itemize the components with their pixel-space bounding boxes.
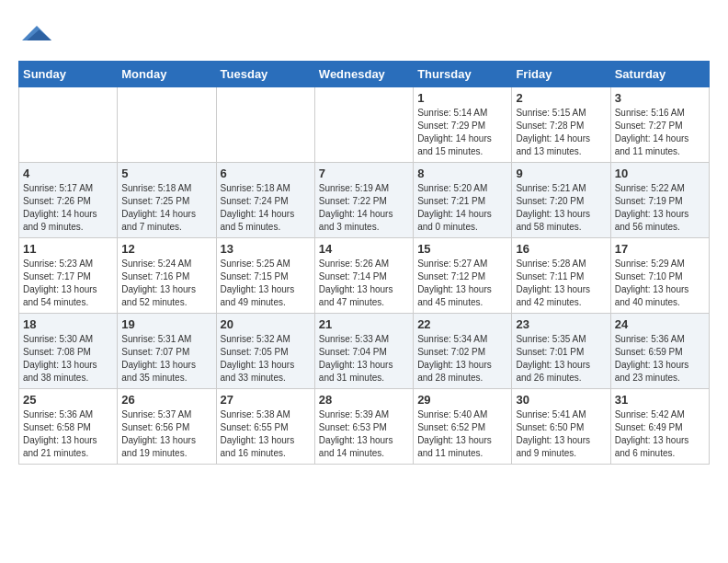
calendar-cell: 1Sunrise: 5:14 AM Sunset: 7:29 PM Daylig… [414,87,512,163]
calendar-cell: 4Sunrise: 5:17 AM Sunset: 7:26 PM Daylig… [19,163,118,238]
day-number: 20 [221,317,311,331]
calendar-cell [118,87,216,163]
page-header [18,18,710,52]
calendar-cell: 13Sunrise: 5:25 AM Sunset: 7:15 PM Dayli… [216,238,314,314]
day-number: 2 [516,91,606,105]
calendar-cell: 28Sunrise: 5:39 AM Sunset: 6:53 PM Dayli… [314,389,413,465]
day-number: 12 [121,242,211,256]
weekday-header-monday: Monday [118,62,216,87]
calendar-cell [19,87,118,163]
calendar-week-row: 1Sunrise: 5:14 AM Sunset: 7:29 PM Daylig… [19,87,710,163]
calendar-cell: 12Sunrise: 5:24 AM Sunset: 7:16 PM Dayli… [118,238,216,314]
day-info: Sunrise: 5:41 AM Sunset: 6:50 PM Dayligh… [516,408,606,460]
calendar-cell: 15Sunrise: 5:27 AM Sunset: 7:12 PM Dayli… [414,238,512,314]
calendar-cell: 11Sunrise: 5:23 AM Sunset: 7:17 PM Dayli… [19,238,118,314]
day-number: 14 [319,242,409,256]
day-info: Sunrise: 5:21 AM Sunset: 7:20 PM Dayligh… [516,182,606,234]
day-number: 26 [121,393,211,407]
calendar-cell: 17Sunrise: 5:29 AM Sunset: 7:10 PM Dayli… [610,238,709,314]
logo-icon [22,18,51,48]
day-number: 31 [615,393,705,407]
calendar-cell [314,87,413,163]
weekday-header-saturday: Saturday [610,62,709,87]
day-info: Sunrise: 5:18 AM Sunset: 7:25 PM Dayligh… [121,182,211,234]
day-info: Sunrise: 5:14 AM Sunset: 7:29 PM Dayligh… [417,107,507,158]
day-number: 27 [221,393,311,407]
calendar-cell: 7Sunrise: 5:19 AM Sunset: 7:22 PM Daylig… [314,163,413,238]
day-info: Sunrise: 5:27 AM Sunset: 7:12 PM Dayligh… [417,258,507,309]
calendar-table: SundayMondayTuesdayWednesdayThursdayFrid… [18,61,710,465]
calendar-cell: 3Sunrise: 5:16 AM Sunset: 7:27 PM Daylig… [610,87,709,163]
calendar-week-row: 11Sunrise: 5:23 AM Sunset: 7:17 PM Dayli… [19,238,710,314]
calendar-cell: 25Sunrise: 5:36 AM Sunset: 6:58 PM Dayli… [19,389,118,465]
day-info: Sunrise: 5:26 AM Sunset: 7:14 PM Dayligh… [319,258,409,309]
day-info: Sunrise: 5:42 AM Sunset: 6:49 PM Dayligh… [615,408,705,460]
logo [18,18,51,52]
day-number: 3 [615,91,705,105]
day-info: Sunrise: 5:15 AM Sunset: 7:28 PM Dayligh… [516,107,606,158]
day-number: 15 [417,242,507,256]
weekday-header-friday: Friday [512,62,610,87]
weekday-header-thursday: Thursday [414,62,512,87]
weekday-header-tuesday: Tuesday [216,62,314,87]
calendar-week-row: 25Sunrise: 5:36 AM Sunset: 6:58 PM Dayli… [19,389,710,465]
day-info: Sunrise: 5:39 AM Sunset: 6:53 PM Dayligh… [319,408,409,460]
day-number: 29 [417,393,507,407]
day-number: 7 [319,167,409,180]
calendar-cell: 31Sunrise: 5:42 AM Sunset: 6:49 PM Dayli… [610,389,709,465]
calendar-cell: 26Sunrise: 5:37 AM Sunset: 6:56 PM Dayli… [118,389,216,465]
day-number: 9 [516,167,606,180]
calendar-cell [216,87,314,163]
calendar-cell: 8Sunrise: 5:20 AM Sunset: 7:21 PM Daylig… [414,163,512,238]
day-number: 17 [615,242,705,256]
day-number: 22 [417,317,507,331]
day-info: Sunrise: 5:36 AM Sunset: 6:58 PM Dayligh… [23,408,113,460]
day-number: 30 [516,393,606,407]
day-info: Sunrise: 5:16 AM Sunset: 7:27 PM Dayligh… [615,107,705,158]
weekday-header-sunday: Sunday [19,62,118,87]
day-number: 11 [23,242,113,256]
day-info: Sunrise: 5:37 AM Sunset: 6:56 PM Dayligh… [121,408,211,460]
day-number: 23 [516,317,606,331]
day-info: Sunrise: 5:28 AM Sunset: 7:11 PM Dayligh… [516,258,606,309]
day-number: 21 [319,317,409,331]
day-number: 19 [121,317,211,331]
day-info: Sunrise: 5:32 AM Sunset: 7:05 PM Dayligh… [221,333,311,385]
day-number: 8 [417,167,507,180]
calendar-cell: 23Sunrise: 5:35 AM Sunset: 7:01 PM Dayli… [512,314,610,389]
day-info: Sunrise: 5:40 AM Sunset: 6:52 PM Dayligh… [417,408,507,460]
calendar-cell: 22Sunrise: 5:34 AM Sunset: 7:02 PM Dayli… [414,314,512,389]
calendar-cell: 5Sunrise: 5:18 AM Sunset: 7:25 PM Daylig… [118,163,216,238]
day-number: 5 [121,167,211,180]
day-number: 4 [23,167,113,180]
calendar-cell: 6Sunrise: 5:18 AM Sunset: 7:24 PM Daylig… [216,163,314,238]
calendar-cell: 27Sunrise: 5:38 AM Sunset: 6:55 PM Dayli… [216,389,314,465]
calendar-cell: 30Sunrise: 5:41 AM Sunset: 6:50 PM Dayli… [512,389,610,465]
calendar-week-row: 18Sunrise: 5:30 AM Sunset: 7:08 PM Dayli… [19,314,710,389]
day-info: Sunrise: 5:18 AM Sunset: 7:24 PM Dayligh… [221,182,311,234]
day-number: 18 [23,317,113,331]
day-info: Sunrise: 5:19 AM Sunset: 7:22 PM Dayligh… [319,182,409,234]
calendar-cell: 9Sunrise: 5:21 AM Sunset: 7:20 PM Daylig… [512,163,610,238]
day-number: 10 [615,167,705,180]
calendar-cell: 10Sunrise: 5:22 AM Sunset: 7:19 PM Dayli… [610,163,709,238]
calendar-cell: 14Sunrise: 5:26 AM Sunset: 7:14 PM Dayli… [314,238,413,314]
calendar-cell: 16Sunrise: 5:28 AM Sunset: 7:11 PM Dayli… [512,238,610,314]
calendar-cell: 24Sunrise: 5:36 AM Sunset: 6:59 PM Dayli… [610,314,709,389]
day-info: Sunrise: 5:38 AM Sunset: 6:55 PM Dayligh… [221,408,311,460]
day-number: 6 [221,167,311,180]
day-info: Sunrise: 5:17 AM Sunset: 7:26 PM Dayligh… [23,182,113,234]
day-number: 1 [417,91,507,105]
calendar-cell: 20Sunrise: 5:32 AM Sunset: 7:05 PM Dayli… [216,314,314,389]
calendar-cell: 19Sunrise: 5:31 AM Sunset: 7:07 PM Dayli… [118,314,216,389]
weekday-header-wednesday: Wednesday [314,62,413,87]
day-info: Sunrise: 5:34 AM Sunset: 7:02 PM Dayligh… [417,333,507,385]
day-info: Sunrise: 5:35 AM Sunset: 7:01 PM Dayligh… [516,333,606,385]
day-info: Sunrise: 5:33 AM Sunset: 7:04 PM Dayligh… [319,333,409,385]
calendar-cell: 18Sunrise: 5:30 AM Sunset: 7:08 PM Dayli… [19,314,118,389]
day-info: Sunrise: 5:23 AM Sunset: 7:17 PM Dayligh… [23,258,113,309]
day-info: Sunrise: 5:29 AM Sunset: 7:10 PM Dayligh… [615,258,705,309]
day-info: Sunrise: 5:20 AM Sunset: 7:21 PM Dayligh… [417,182,507,234]
day-info: Sunrise: 5:25 AM Sunset: 7:15 PM Dayligh… [221,258,311,309]
day-info: Sunrise: 5:22 AM Sunset: 7:19 PM Dayligh… [615,182,705,234]
